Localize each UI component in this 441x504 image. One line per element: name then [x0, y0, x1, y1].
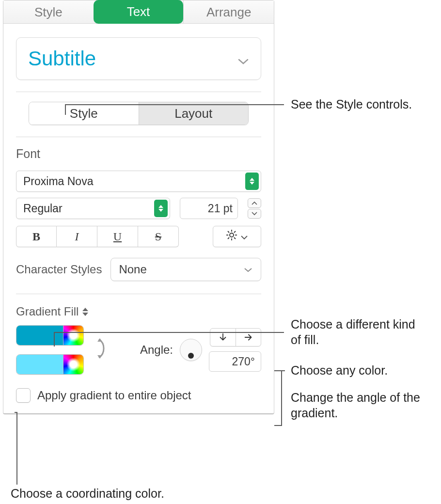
angle-field[interactable]: 270° [209, 351, 261, 372]
font-weight-value: Regular [23, 202, 63, 215]
callout-style-controls: See the Style controls. [291, 96, 412, 112]
step-down[interactable] [248, 209, 261, 219]
direction-down-button[interactable] [210, 329, 236, 346]
fill-type-popup[interactable]: Gradient Fill [16, 305, 261, 318]
popup-arrows-icon [154, 200, 168, 217]
color-wheel-icon[interactable] [63, 355, 83, 374]
svg-line-8 [234, 231, 236, 233]
subtab-layout[interactable]: Layout [139, 102, 249, 125]
font-weight-popup[interactable]: Regular [16, 198, 170, 219]
apply-gradient-label: Apply gradient to entire object [37, 389, 191, 402]
paragraph-style-popup[interactable]: Subtitle [16, 37, 261, 80]
direction-right-button[interactable] [236, 329, 261, 346]
svg-point-0 [230, 233, 234, 237]
text-subtabs: Style Layout [29, 102, 249, 125]
angle-value: 270° [232, 355, 255, 368]
chevron-down-icon [243, 263, 253, 276]
fill-type-label: Gradient Fill [16, 305, 79, 318]
gear-icon [226, 229, 237, 244]
popup-arrows-icon [245, 173, 259, 190]
char-styles-value: None [119, 263, 146, 276]
callout-fill-kind: Choose a different kind of fill. [291, 316, 426, 347]
gradient-color-2-well[interactable] [16, 354, 84, 375]
advanced-options-button[interactable] [213, 226, 261, 247]
color-swatch-1[interactable] [16, 326, 63, 345]
format-panel: Style Text Arrange Subtitle Style Layout… [3, 0, 274, 414]
svg-line-6 [234, 237, 236, 239]
color-swatch-2[interactable] [16, 355, 63, 374]
font-heading: Font [16, 147, 261, 161]
swap-colors-button[interactable] [94, 336, 110, 364]
apply-gradient-checkbox[interactable] [16, 388, 31, 403]
callout-coordinating-color: Choose a coordinating color. [11, 486, 164, 501]
angle-dial[interactable] [180, 339, 202, 361]
inspector-tabs: Style Text Arrange [3, 0, 274, 24]
callout-angle: Change the angle of the gradient. [291, 390, 431, 421]
font-family-value: Proxima Nova [23, 175, 93, 188]
chevron-down-icon [237, 47, 249, 70]
strike-button[interactable]: S [138, 226, 179, 247]
color-wheel-icon[interactable] [63, 326, 83, 345]
paragraph-style-label: Subtitle [28, 47, 96, 70]
font-size-field[interactable]: 21 pt [180, 198, 238, 219]
font-size-stepper[interactable] [248, 198, 261, 219]
angle-label: Angle: [140, 343, 173, 357]
callout-any-color: Choose any color. [291, 362, 388, 378]
tab-style[interactable]: Style [3, 0, 94, 23]
char-styles-label: Character Styles [16, 263, 102, 276]
underline-button[interactable]: U [97, 226, 138, 247]
italic-button[interactable]: I [57, 226, 97, 247]
step-up[interactable] [248, 198, 261, 208]
tab-arrange[interactable]: Arrange [183, 0, 274, 23]
char-styles-popup[interactable]: None [110, 258, 261, 281]
gradient-color-1-well[interactable] [16, 325, 84, 346]
font-family-popup[interactable]: Proxima Nova [16, 171, 261, 192]
tab-text[interactable]: Text [94, 0, 184, 24]
svg-line-7 [228, 237, 229, 239]
subtab-style[interactable]: Style [29, 102, 139, 125]
font-size-value: 21 pt [208, 202, 233, 215]
svg-line-5 [228, 231, 229, 233]
updown-arrows-icon [82, 308, 88, 316]
bold-button[interactable]: B [16, 226, 57, 247]
angle-direction-buttons [210, 328, 261, 346]
chevron-down-icon [240, 230, 248, 243]
